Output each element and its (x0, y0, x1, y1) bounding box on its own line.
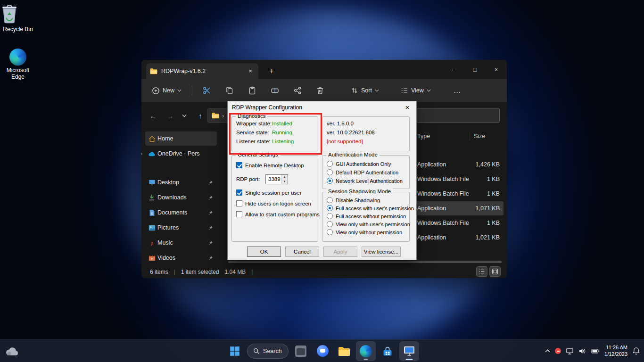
view-license-button[interactable]: View license... (362, 247, 401, 257)
radio-icon[interactable] (327, 213, 333, 219)
radio-icon[interactable] (327, 178, 333, 184)
taskbar-chat[interactable] (313, 342, 332, 361)
sidebar-item-music[interactable]: ♪ Music (145, 236, 217, 250)
dialog-close-button[interactable]: × (402, 102, 413, 113)
cancel-button[interactable]: Cancel (285, 247, 319, 257)
single-session-checkbox[interactable]: Single session per user (236, 189, 302, 196)
taskbar-store[interactable] (378, 342, 397, 361)
table-row[interactable]: Application 1,021 KB (414, 230, 504, 245)
sidebar-item-label: Documents (157, 209, 187, 216)
sidebar-item-home[interactable]: Home (145, 132, 217, 146)
custom-programs-checkbox[interactable]: Allow to start custom programs (236, 211, 320, 217)
checkbox-icon[interactable] (236, 162, 242, 168)
taskbar-rdpwrap-app[interactable] (400, 342, 419, 361)
dialog-title: RDP Wrapper Configuration (228, 101, 416, 114)
auth-nla-radio[interactable]: Network Level Authentication (327, 178, 403, 184)
shadow-view-with-permission-radio[interactable]: View only with user's permission (327, 221, 410, 227)
view-list-icon (401, 87, 408, 94)
taskbar-file-explorer[interactable] (335, 342, 354, 361)
notification-bell-icon[interactable] (632, 347, 640, 355)
new-tab-button[interactable]: + (266, 66, 277, 77)
table-row[interactable]: Windows Batch File 1 KB (414, 187, 504, 201)
network-icon[interactable] (566, 347, 574, 355)
recent-locations-chevron-icon[interactable] (182, 114, 187, 117)
radio-icon[interactable] (327, 205, 333, 211)
details-view-toggle[interactable] (477, 267, 487, 276)
spinner-up-icon[interactable]: ▲ (281, 175, 288, 180)
enable-remote-desktop-checkbox[interactable]: Enable Remote Desktop (236, 162, 304, 168)
desktop-icon-recycle-bin[interactable]: Recycle Bin (0, 4, 36, 33)
file-explorer-icon (338, 346, 350, 356)
explorer-tab[interactable]: RDPWrap-v1.6.2 × (146, 63, 258, 79)
apply-button[interactable]: Apply (323, 247, 357, 257)
spinner-down-icon[interactable]: ▼ (281, 180, 288, 184)
more-options-button[interactable]: … (450, 83, 465, 98)
hidden-icons-chevron-icon[interactable] (545, 349, 550, 353)
radio-icon[interactable] (327, 161, 333, 167)
horizontal-scrollbar[interactable] (228, 261, 502, 263)
column-header-size[interactable]: Size (474, 131, 485, 142)
taskbar-app-window[interactable] (291, 342, 310, 361)
sidebar-item-desktop[interactable]: Desktop (145, 175, 217, 189)
expand-chevron-icon[interactable]: › (141, 150, 142, 157)
explorer-search-input[interactable] (417, 108, 500, 123)
checkbox-icon[interactable] (236, 200, 242, 206)
battery-icon[interactable] (591, 347, 600, 355)
column-separator[interactable] (470, 132, 470, 140)
up-button[interactable]: ↑ (195, 112, 206, 120)
cut-button[interactable] (199, 83, 215, 98)
service-state-row: Service state: Running (236, 130, 269, 135)
table-row[interactable]: Windows Batch File 1 KB (414, 172, 504, 186)
volume-icon[interactable] (578, 347, 586, 355)
tray-status-icon[interactable] (555, 348, 561, 354)
sidebar-item-documents[interactable]: Documents (145, 206, 217, 220)
auth-default-radio[interactable]: Default RDP Authentication (327, 169, 398, 175)
table-row-selected[interactable]: Application 1,071 KB (414, 201, 504, 215)
sidebar-item-label: Music (157, 239, 173, 246)
shadow-disable-radio[interactable]: Disable Shadowing (327, 197, 380, 203)
downloads-icon (148, 194, 156, 201)
sidebar-item-pictures[interactable]: Pictures (145, 221, 217, 235)
radio-icon[interactable] (327, 197, 333, 203)
taskbar-search[interactable]: Search (247, 344, 289, 359)
hide-users-checkbox[interactable]: Hide users on logon screen (236, 200, 311, 206)
window-minimize-button[interactable]: – (443, 60, 464, 79)
shadow-view-without-permission-radio[interactable]: View only without permission (327, 229, 402, 235)
copy-button[interactable] (222, 83, 238, 98)
share-button[interactable] (289, 83, 305, 98)
tab-close-icon[interactable]: × (246, 67, 255, 75)
weather-widget-icon[interactable] (5, 346, 19, 356)
taskbar-edge[interactable] (356, 342, 375, 361)
delete-button[interactable] (312, 83, 328, 98)
checkbox-icon[interactable] (236, 211, 242, 217)
column-header-type[interactable]: Type (417, 131, 430, 142)
radio-icon[interactable] (327, 221, 333, 227)
rename-button[interactable] (267, 83, 283, 98)
table-row[interactable]: Windows Batch File 1 KB (414, 216, 504, 230)
auth-gui-radio[interactable]: GUI Authentication Only (327, 161, 391, 167)
checkbox-icon[interactable] (236, 189, 242, 196)
radio-icon[interactable] (327, 229, 333, 235)
sidebar-item-onedrive[interactable]: › OneDrive - Pers (145, 147, 217, 161)
view-button[interactable]: View (397, 84, 435, 97)
sidebar-item-videos[interactable]: Videos (145, 251, 217, 265)
back-button[interactable]: ← (148, 112, 158, 120)
new-button[interactable]: New (148, 84, 185, 98)
rdp-port-input[interactable]: 3389 ▲ ▼ (265, 174, 288, 184)
radio-icon[interactable] (327, 169, 333, 175)
taskbar-clock[interactable]: 11:26 AM 1/12/2023 (604, 345, 627, 357)
thumbnails-view-toggle[interactable] (490, 267, 500, 276)
table-row[interactable]: Application 1,426 KB (414, 157, 504, 172)
forward-button[interactable]: → (165, 112, 175, 120)
rdp-port-value[interactable]: 3389 (268, 175, 281, 184)
sort-button[interactable]: Sort (347, 84, 383, 97)
paste-button[interactable] (244, 83, 260, 98)
window-maximize-button[interactable]: □ (464, 60, 486, 79)
desktop-icon-edge[interactable]: Microsoft Edge (0, 49, 36, 80)
sidebar-item-downloads[interactable]: Downloads (145, 190, 217, 205)
ok-button[interactable]: OK (247, 247, 281, 257)
shadow-full-without-permission-radio[interactable]: Full access without permission (327, 213, 406, 219)
shadow-full-with-permission-radio[interactable]: Full access with user's permission (327, 205, 414, 211)
window-close-button[interactable]: × (486, 60, 507, 79)
start-button[interactable] (225, 342, 244, 361)
